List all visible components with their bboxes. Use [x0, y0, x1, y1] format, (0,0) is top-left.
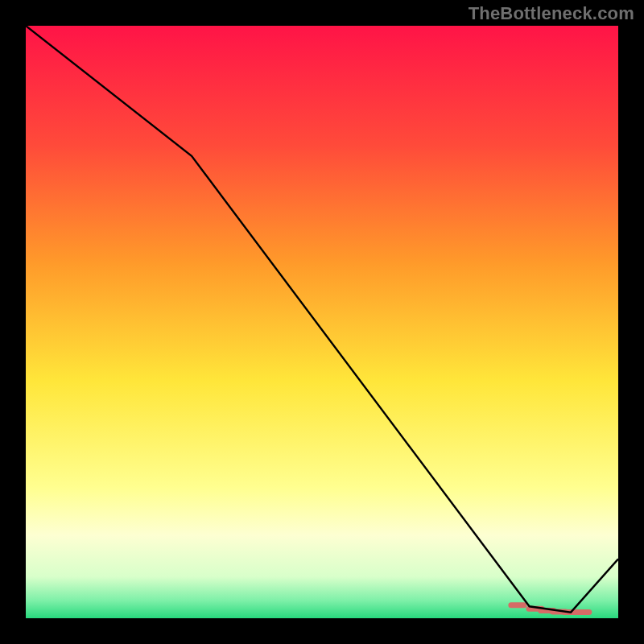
- gradient-background: [26, 26, 618, 618]
- plot-area: [26, 26, 618, 618]
- chart-stage: TheBottleneck.com: [0, 0, 644, 644]
- attribution-label: TheBottleneck.com: [469, 3, 634, 24]
- chart-svg: [26, 26, 618, 618]
